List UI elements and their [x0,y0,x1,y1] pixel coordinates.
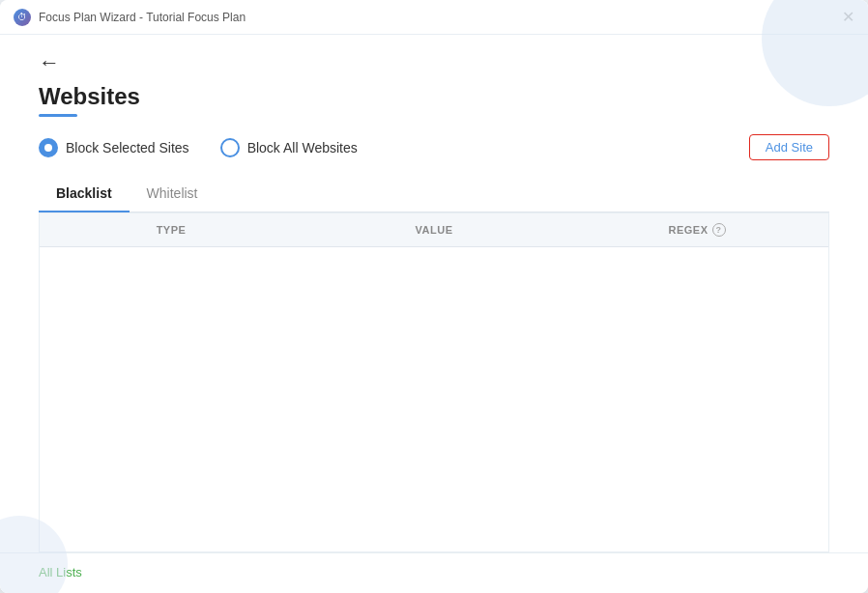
main-window: ⏱ Focus Plan Wizard - Tutorial Focus Pla… [0,0,868,593]
table-container: TYPE VALUE REGEX ? [39,212,829,552]
radio-label-selected: Block Selected Sites [66,140,189,155]
radio-circle-all [220,138,240,157]
table-header: TYPE VALUE REGEX ? [40,213,828,247]
col-regex: REGEX ? [565,223,828,237]
tabs-row: Blacklist Whitelist [39,178,829,212]
options-row: Block Selected Sites Block All Websites … [39,134,829,160]
radio-circle-selected [39,138,58,157]
tab-whitelist[interactable]: Whitelist [130,178,216,212]
footer: All Lists [0,552,868,593]
window-title: Focus Plan Wizard - Tutorial Focus Plan [39,11,246,24]
all-lists-link[interactable]: All Lists [39,565,82,579]
content-area: ← Websites Block Selected Sites Block Al… [0,35,868,552]
col-type: TYPE [40,223,303,237]
title-bar-left: ⏱ Focus Plan Wizard - Tutorial Focus Pla… [14,9,246,26]
back-button[interactable]: ← [39,52,60,73]
col-value: VALUE [303,223,565,237]
regex-help-icon[interactable]: ? [712,223,726,237]
radio-block-selected[interactable]: Block Selected Sites [39,138,189,157]
radio-label-all: Block All Websites [247,140,358,155]
radio-block-all[interactable]: Block All Websites [220,138,358,157]
app-icon: ⏱ [14,9,31,26]
tab-blacklist[interactable]: Blacklist [39,178,130,212]
table-body [40,247,828,479]
close-button[interactable]: ✕ [842,10,854,25]
page-title: Websites [39,83,829,110]
title-underline [39,114,77,117]
title-bar: ⏱ Focus Plan Wizard - Tutorial Focus Pla… [0,0,868,35]
add-site-button[interactable]: Add Site [749,134,829,160]
